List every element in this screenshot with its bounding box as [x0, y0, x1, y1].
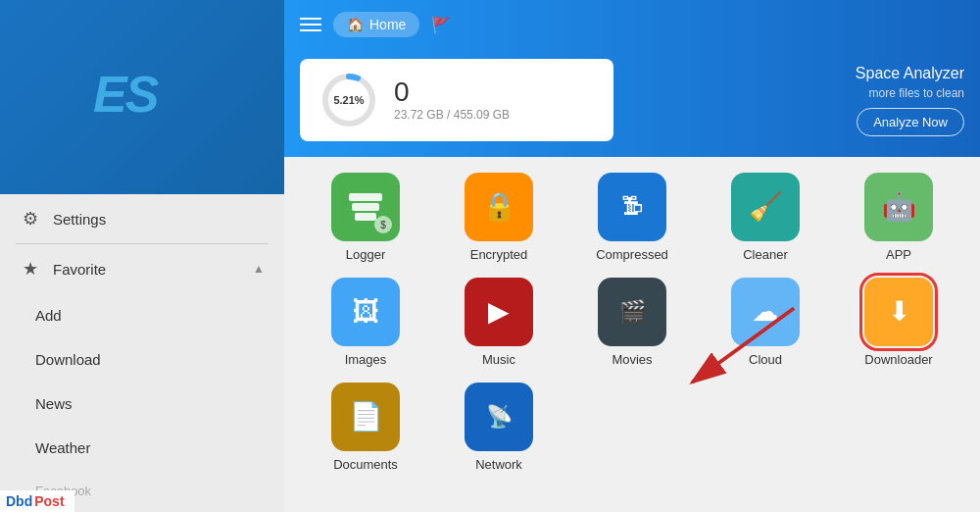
app-icon-logger: $	[331, 173, 400, 241]
app-item-logger[interactable]: $ Logger	[304, 173, 427, 262]
topbar: 🏠 Home 🚩	[284, 0, 980, 49]
storage-info: 0 23.72 GB / 455.09 GB	[394, 78, 510, 122]
home-label: Home	[369, 17, 406, 32]
storage-donut: 5.21%	[319, 71, 378, 129]
movies-icon: 🎬	[619, 301, 646, 323]
storage-card: 5.21% 0 23.72 GB / 455.09 GB	[300, 59, 613, 141]
app-grid-wrapper: $ Logger 🔒 Encrypted 🗜	[304, 173, 960, 472]
space-analyzer-panel: Space Analyzer more files to clean Analy…	[856, 65, 964, 136]
app-icon-music: ▶	[465, 278, 533, 346]
app-icon-encrypted: 🔒	[465, 173, 533, 241]
app-grid-section: $ Logger 🔒 Encrypted 🗜	[284, 157, 980, 512]
app-item-network[interactable]: 📡 Network	[437, 383, 561, 472]
sidebar-menu: ⚙ Settings ★ Favorite ▲ Add Download New…	[0, 194, 284, 512]
music-play-icon: ▶	[488, 298, 510, 326]
app-label-downloader: Downloader	[864, 352, 932, 367]
watermark: Dbd Post	[0, 490, 74, 512]
sidebar-favorite-label: Favorite	[53, 261, 106, 278]
app-item-downloader[interactable]: ⬇ Downloader	[837, 278, 960, 367]
storage-size: 23.72 GB / 455.09 GB	[394, 108, 510, 122]
storage-count: 0	[394, 78, 510, 106]
storage-percent: 5.21%	[333, 94, 364, 106]
sidebar-item-favorite[interactable]: ★ Favorite ▲	[0, 244, 284, 293]
hamburger-button[interactable]	[300, 18, 321, 31]
sidebar-download-label: Download	[35, 351, 101, 368]
app-grid: $ Logger 🔒 Encrypted 🗜	[304, 173, 960, 472]
sidebar-item-news[interactable]: News	[0, 382, 284, 426]
app-label-compressed: Compressed	[596, 247, 668, 262]
download-icon: ⬇	[888, 298, 910, 326]
hamburger-line-2	[300, 24, 321, 26]
sidebar-item-weather[interactable]: Weather	[0, 426, 284, 470]
app-label-documents: Documents	[333, 457, 398, 472]
app-label-app: APP	[886, 247, 911, 262]
app-label-logger: Logger	[346, 247, 385, 262]
sidebar-header: ES	[0, 0, 284, 194]
app-icon-documents: 📄	[331, 383, 400, 451]
favorite-icon: ★	[20, 258, 41, 280]
sidebar: ES ⚙ Settings ★ Favorite ▲ Add Download …	[0, 0, 284, 512]
app-label-encrypted: Encrypted	[470, 247, 528, 262]
network-icon: 📡	[486, 406, 513, 428]
zip-icon: 🗜	[621, 196, 643, 218]
android-icon: 🤖	[882, 193, 916, 221]
logger-coin-icon: $	[374, 216, 392, 233]
space-analyzer-sub: more files to clean	[856, 86, 964, 100]
images-icon: 🖼	[352, 298, 379, 326]
logger-stack-icon: $	[349, 193, 382, 221]
app-icon-cleaner: 🧹	[731, 173, 800, 241]
storage-section: 5.21% 0 23.72 GB / 455.09 GB Space Analy…	[284, 49, 980, 157]
app-label-movies: Movies	[612, 352, 652, 367]
sidebar-add-label: Add	[35, 307, 62, 324]
svg-text:ES: ES	[93, 66, 160, 122]
broom-icon: 🧹	[749, 193, 783, 221]
hamburger-line-3	[300, 29, 321, 31]
app-item-cloud[interactable]: ☁ Cloud	[704, 278, 827, 367]
sidebar-logo: ES	[83, 63, 201, 132]
app-item-compressed[interactable]: 🗜 Compressed	[570, 173, 694, 262]
app-item-app[interactable]: 🤖 APP	[837, 173, 960, 262]
space-analyzer-title: Space Analyzer	[856, 65, 964, 82]
app-icon-images: 🖼	[331, 278, 400, 346]
app-label-network: Network	[475, 457, 522, 472]
app-icon-movies: 🎬	[598, 278, 666, 346]
sidebar-item-download[interactable]: Download	[0, 337, 284, 382]
app-icon-compressed: 🗜	[598, 173, 666, 241]
app-item-images[interactable]: 🖼 Images	[304, 278, 427, 367]
main-content: 🏠 Home 🚩 5.21% 0 23.72 GB / 455.09 GB Sp…	[284, 0, 980, 512]
app-item-music[interactable]: ▶ Music	[437, 278, 561, 367]
app-icon-cloud: ☁	[731, 278, 800, 346]
flag-icon: 🚩	[431, 16, 451, 34]
app-item-documents[interactable]: 📄 Documents	[304, 383, 427, 472]
home-button[interactable]: 🏠 Home	[333, 12, 419, 37]
sidebar-item-settings[interactable]: ⚙ Settings	[0, 194, 284, 243]
watermark-dbd: Dbd	[6, 493, 32, 509]
app-item-cleaner[interactable]: 🧹 Cleaner	[704, 173, 827, 262]
app-item-movies[interactable]: 🎬 Movies	[570, 278, 694, 367]
app-item-encrypted[interactable]: 🔒 Encrypted	[437, 173, 561, 262]
app-icon-downloader: ⬇	[864, 278, 933, 346]
app-label-cloud: Cloud	[749, 352, 782, 367]
app-label-cleaner: Cleaner	[743, 247, 788, 262]
sidebar-news-label: News	[35, 395, 73, 412]
app-icon-android: 🤖	[864, 173, 933, 241]
lock-icon: 🔒	[482, 193, 516, 221]
chevron-up-icon: ▲	[253, 262, 265, 276]
hamburger-line-1	[300, 18, 321, 20]
docs-icon: 📄	[349, 403, 383, 431]
watermark-post: Post	[34, 493, 64, 509]
app-label-images: Images	[345, 352, 387, 367]
app-label-music: Music	[482, 352, 515, 367]
cloud-icon: ☁	[752, 298, 779, 326]
sidebar-item-add[interactable]: Add	[0, 293, 284, 337]
app-icon-network: 📡	[465, 383, 533, 451]
sidebar-weather-label: Weather	[35, 439, 90, 456]
settings-icon: ⚙	[20, 208, 41, 230]
analyze-now-button[interactable]: Analyze Now	[857, 108, 964, 136]
home-icon: 🏠	[347, 17, 364, 32]
sidebar-settings-label: Settings	[53, 211, 106, 228]
